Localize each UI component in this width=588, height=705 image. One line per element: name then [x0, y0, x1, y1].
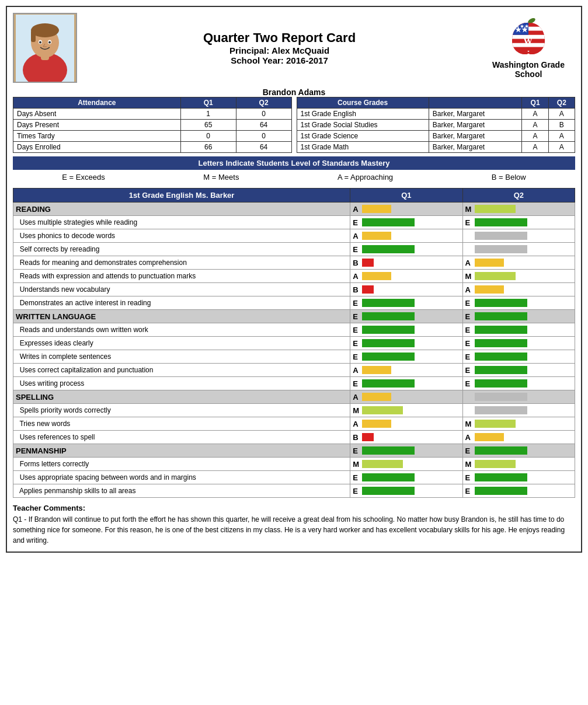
course-teacher: Barker, Margaret [429, 131, 522, 142]
attendance-table: Attendance Q1 Q2 Days Absent 1 0 Days Pr… [13, 97, 292, 153]
course-q2-header: Q2 [548, 97, 575, 109]
grade-cell: B [350, 256, 462, 270]
attendance-label: Days Absent [13, 109, 181, 120]
skill-label: Forms letters correctly [13, 458, 350, 471]
skills-item-row: Writes in complete sentences E E [13, 350, 575, 364]
grade-cell [462, 229, 575, 243]
grade-cell: E [462, 337, 575, 350]
skills-table: 1st Grade English Ms. Barker Q1 Q2 READI… [13, 188, 575, 498]
skills-item-row: Spells priority words correctly M [13, 404, 575, 417]
grade-cell: A [350, 270, 462, 283]
grade-cell: E [350, 216, 462, 229]
header: Quarter Two Report Card Principal: Alex … [13, 13, 575, 83]
grade-cell: A [462, 431, 575, 444]
grade-cell [462, 243, 575, 256]
grade-cell: E [462, 471, 575, 484]
grade-cell: M [350, 458, 462, 471]
svg-text:W: W [523, 36, 533, 46]
skills-item-row: Uses correct capitalization and punctuat… [13, 364, 575, 377]
course-q1: A [522, 109, 548, 120]
course-row: 1st Grade Social Studies Barker, Margare… [297, 120, 575, 131]
category-name: PENMANSHIP [13, 444, 350, 458]
skills-item-row: Uses multiple strategies while reading E… [13, 216, 575, 229]
student-name: Brandon Adams [13, 88, 575, 97]
course-row: 1st Grade English Barker, Margaret A A [297, 109, 575, 120]
grade-cell: E [462, 296, 575, 310]
skill-label: Applies penmanship skills to all areas [13, 484, 350, 498]
grade-cell: E [462, 444, 575, 458]
category-name: WRITTEN LANGUAGE [13, 310, 350, 323]
report-title: Quarter Two Report Card [77, 30, 482, 46]
skills-category-row: PENMANSHIP E E [13, 444, 575, 458]
skills-q1-header: Q1 [350, 189, 462, 203]
skills-item-row: Self corrects by rereading E [13, 243, 575, 256]
grade-cell: A [350, 390, 462, 404]
header-center: Quarter Two Report Card Principal: Alex … [77, 30, 482, 65]
attendance-q2-header: Q2 [236, 97, 291, 109]
legend-item: M = Meets [203, 173, 239, 182]
attendance-label: Times Tardy [13, 131, 181, 142]
course-name: 1st Grade Social Studies [297, 120, 429, 131]
svg-text:★★★: ★★★ [515, 23, 529, 29]
attendance-row: Days Absent 1 0 [13, 109, 292, 120]
course-q2: A [548, 109, 575, 120]
svg-point-8 [39, 41, 41, 43]
grade-cell: M [462, 458, 575, 471]
grade-cell: E [462, 323, 575, 337]
grade-cell [462, 390, 575, 404]
skills-item-row: Uses phonics to decode words A [13, 229, 575, 243]
grade-cell: M [462, 417, 575, 431]
svg-rect-5 [31, 30, 36, 42]
grade-cell [462, 404, 575, 417]
header-logo: ★★ ★★★ W Washington Grade School [482, 18, 575, 79]
course-name: 1st Grade Math [297, 142, 429, 153]
grade-cell: E [462, 364, 575, 377]
skill-label: Tries new words [13, 417, 350, 431]
attendance-row: Days Enrolled 66 64 [13, 142, 292, 153]
grade-cell: E [350, 310, 462, 323]
grade-cell: B [350, 283, 462, 296]
grade-cell: E [350, 377, 462, 390]
grade-cell: M [350, 404, 462, 417]
school-logo: ★★ ★★★ W [508, 18, 549, 58]
skill-label: Uses correct capitalization and punctuat… [13, 364, 350, 377]
course-teacher: Barker, Margaret [429, 120, 522, 131]
course-row: 1st Grade Math Barker, Margaret A A [297, 142, 575, 153]
course-q2: A [548, 131, 575, 142]
attendance-q2-value: 64 [236, 120, 291, 131]
grade-cell: A [350, 364, 462, 377]
skill-label: Writes in complete sentences [13, 350, 350, 364]
skills-category-row: READING A M [13, 203, 575, 216]
skill-label: Reads and understands own written work [13, 323, 350, 337]
student-photo [13, 13, 77, 83]
grade-cell: M [462, 270, 575, 283]
grade-cell: E [462, 484, 575, 498]
grade-cell: E [350, 350, 462, 364]
grade-cell: A [350, 203, 462, 216]
attendance-q1-value: 65 [180, 120, 236, 131]
skills-item-row: Applies penmanship skills to all areas E… [13, 484, 575, 498]
attendance-q1-value: 0 [180, 131, 236, 142]
attendance-q1-value: 66 [180, 142, 236, 153]
skills-q2-header: Q2 [462, 189, 575, 203]
skills-item-row: Expresses ideas clearly E E [13, 337, 575, 350]
skills-item-row: Tries new words A M [13, 417, 575, 431]
svg-point-9 [48, 41, 51, 43]
grade-cell: E [462, 310, 575, 323]
legend-header: Letters Indicate Students Level of Stand… [13, 156, 575, 170]
legend-item: B = Below [492, 173, 526, 182]
course-grades-table: Course Grades Q1 Q2 1st Grade English Ba… [297, 97, 576, 153]
course-q1: A [522, 131, 548, 142]
grade-cell: M [462, 203, 575, 216]
svg-rect-16 [512, 47, 545, 54]
course-teacher: Barker, Margaret [429, 109, 522, 120]
skills-item-row: Understands new vocabulary B A [13, 283, 575, 296]
skill-label: Uses references to spell [13, 431, 350, 444]
category-name: SPELLING [13, 390, 350, 404]
principal-label: Principal: Alex McQuaid [77, 46, 482, 55]
grade-cell: E [350, 296, 462, 310]
skills-item-row: Reads and understands own written work E… [13, 323, 575, 337]
course-q1: A [522, 142, 548, 153]
skill-label: Spells priority words correctly [13, 404, 350, 417]
grade-cell: E [350, 471, 462, 484]
